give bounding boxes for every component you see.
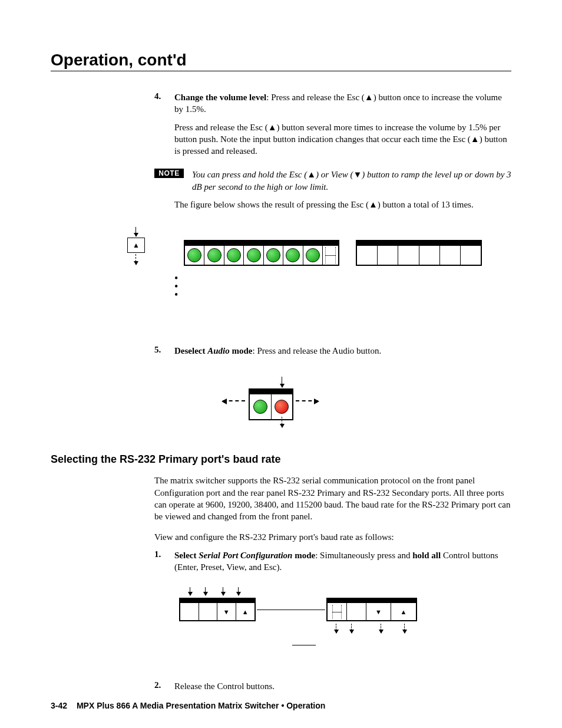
led-green-icon bbox=[253, 400, 267, 414]
rs232-para2: View and configure the RS-232 Primary po… bbox=[154, 531, 511, 543]
step5-lead-b: Audio bbox=[207, 346, 230, 355]
step5-lead-a: Deselect bbox=[174, 346, 207, 355]
rs232-para1: The matrix switcher supports the RS-232 … bbox=[154, 475, 511, 522]
step4-para2: Press and release the Esc (▲) button sev… bbox=[174, 121, 511, 157]
arrow-dashed-down-icon bbox=[282, 417, 282, 427]
step-number: 4. bbox=[154, 91, 174, 163]
figure-intro: The figure below shows the result of pre… bbox=[154, 199, 511, 216]
step-5: 5. Deselect Audio mode: Press and releas… bbox=[154, 345, 511, 363]
step-number: 2. bbox=[154, 680, 174, 698]
arrow-down-icon bbox=[238, 587, 239, 595]
step4-line1: Change the volume level: Press and relea… bbox=[174, 91, 511, 116]
control-panel-before: ▼ ▲ bbox=[179, 598, 256, 621]
audio-button-panel bbox=[249, 388, 293, 420]
connector-line bbox=[257, 610, 325, 610]
led-green-icon bbox=[227, 248, 241, 262]
step1-lead-b: Serial Port Configuration bbox=[199, 551, 292, 560]
led-green-icon bbox=[247, 248, 261, 262]
arrow-dashed-down-icon bbox=[336, 624, 336, 633]
step1-lead-a: Select bbox=[174, 551, 199, 560]
led-green-icon bbox=[187, 248, 201, 262]
figure-audio-toggle bbox=[51, 371, 511, 442]
arrow-down-icon bbox=[135, 227, 136, 236]
step-1: 1. Select Serial Port Configuration mode… bbox=[154, 549, 511, 579]
step1-lead-c: mode bbox=[292, 551, 315, 560]
arrow-down-icon bbox=[223, 587, 223, 595]
input-panel-left bbox=[184, 240, 339, 266]
step1-t1: : Simultaneously press and bbox=[315, 551, 412, 560]
led-green-icon bbox=[207, 248, 222, 262]
ellipsis-dots: ••• bbox=[174, 274, 178, 299]
fig-intro-text: The figure below shows the result of pre… bbox=[174, 199, 511, 210]
page-footer: 3-42 MPX Plus 866 A Media Presentation M… bbox=[51, 701, 325, 710]
step1-text: Select Serial Port Configuration mode: S… bbox=[174, 549, 511, 574]
step-number: 5. bbox=[154, 345, 174, 363]
arrow-dashed-down-icon bbox=[404, 624, 405, 633]
page-number: 3-42 bbox=[51, 701, 67, 710]
step-number: 1. bbox=[154, 549, 174, 579]
arrow-down-icon bbox=[282, 377, 282, 387]
subheading-baud-rate: Selecting the RS-232 Primary port's baud… bbox=[51, 453, 511, 466]
arrow-dashed-down-icon bbox=[135, 254, 136, 265]
arrow-down-icon bbox=[205, 587, 206, 595]
led-green-icon bbox=[266, 248, 280, 262]
title-rule bbox=[51, 71, 511, 71]
step5-text: Deselect Audio mode: Press and release t… bbox=[174, 345, 511, 357]
step5-tail: : Press and release the Audio button. bbox=[252, 346, 381, 355]
caption-rule bbox=[292, 645, 316, 645]
step2-text: Release the Control buttons. bbox=[174, 680, 511, 692]
note-block: NOTE You can press and hold the Esc (▲) … bbox=[154, 169, 511, 193]
arrow-left-icon bbox=[223, 400, 245, 401]
led-green-icon bbox=[286, 248, 300, 262]
step4-lead: Change the volume level bbox=[174, 93, 266, 102]
arrow-dashed-down-icon bbox=[381, 624, 381, 633]
step1-hold: hold all bbox=[412, 551, 441, 560]
figure-volume-level: ▲ ••• bbox=[51, 227, 511, 333]
led-red-icon bbox=[275, 400, 289, 414]
arrow-down-icon bbox=[190, 587, 190, 595]
note-text: You can press and hold the Esc (▲) or Vi… bbox=[192, 169, 511, 193]
arrow-dashed-down-icon bbox=[351, 624, 352, 633]
input-panel-right bbox=[356, 240, 482, 266]
footer-product: MPX Plus 866 A Media Presentation Matrix… bbox=[77, 701, 325, 710]
note-badge: NOTE bbox=[154, 169, 184, 178]
page-title: Operation, cont'd bbox=[51, 51, 511, 70]
esc-up-button: ▲ bbox=[127, 238, 145, 253]
figure-control-buttons: ▼ ▲ ▼ ▲ bbox=[51, 586, 511, 663]
step5-lead-c: mode bbox=[230, 346, 253, 355]
step-2: 2. Release the Control buttons. bbox=[154, 680, 511, 698]
arrow-right-icon bbox=[296, 400, 318, 401]
step-4: 4. Change the volume level: Press and re… bbox=[154, 91, 511, 163]
control-panel-after: ▼ ▲ bbox=[326, 598, 417, 621]
led-green-icon bbox=[306, 248, 320, 262]
